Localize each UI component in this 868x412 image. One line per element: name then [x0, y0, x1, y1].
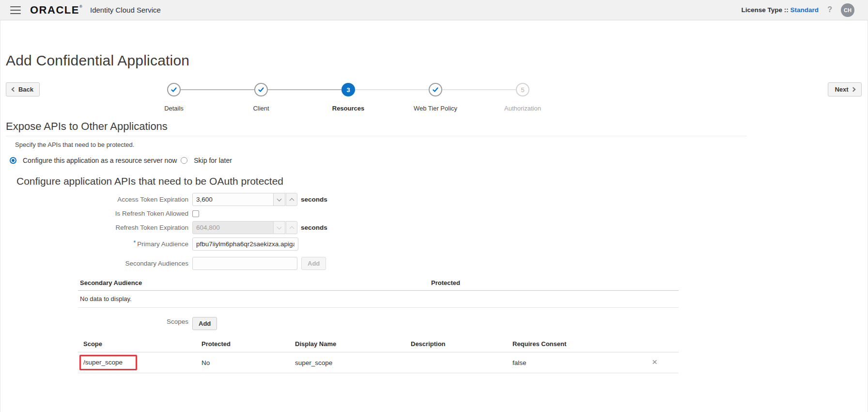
expose-apis-subtext: Specify the APIs that need to be protect… — [15, 141, 134, 148]
step-authorization[interactable]: 5 Authorization — [479, 83, 566, 112]
no-data-text: No data to display. — [78, 291, 679, 308]
column-header-protected: Protected — [196, 337, 290, 352]
step-web-tier-policy[interactable]: Web Tier Policy — [392, 83, 479, 112]
column-header-secondary-audience: Secondary Audience — [78, 276, 429, 291]
column-header-protected: Protected — [429, 276, 679, 291]
secondary-audience-table: Secondary Audience Protected No data to … — [78, 276, 679, 308]
spinner-up-button[interactable] — [286, 193, 297, 206]
chevron-up-icon — [289, 198, 294, 203]
next-button-label: Next — [835, 86, 848, 93]
scopes-table: Scope Protected Display Name Description… — [78, 337, 679, 373]
wizard-stepper: Details Client 3 Resources Web Tier Poli… — [130, 83, 566, 112]
primary-audience-row: *Primary Audience — [0, 238, 436, 251]
oracle-logo: ORACLE® — [30, 4, 83, 16]
scopes-add-button[interactable]: Add — [192, 317, 217, 330]
secondary-audience-add-button[interactable]: Add — [301, 257, 326, 270]
scopes-row: Scopes Add — [0, 317, 217, 330]
refresh-allowed-label: Is Refresh Token Allowed — [0, 210, 192, 217]
radio-skip-for-later[interactable] — [181, 157, 187, 164]
step-label: Authorization — [479, 105, 566, 112]
configure-apis-heading: Configure application APIs that need to … — [16, 175, 283, 187]
main-content: Add Confidential Application Back Next D… — [0, 20, 868, 412]
step-resources[interactable]: 3 Resources — [305, 83, 392, 112]
seconds-suffix: seconds — [301, 224, 327, 231]
radio-configure-label: Configure this application as a resource… — [23, 157, 177, 164]
secondary-audiences-input[interactable] — [192, 257, 297, 270]
chevron-left-icon — [12, 87, 16, 92]
secondary-audiences-label: Secondary Audiences — [0, 260, 192, 267]
step-details[interactable]: Details — [130, 83, 217, 112]
page-title: Add Confidential Application — [6, 52, 189, 69]
chevron-down-icon — [277, 224, 282, 229]
expose-apis-heading: Expose APIs to Other Applications — [6, 120, 168, 133]
scopes-label: Scopes — [0, 318, 192, 325]
next-button[interactable]: Next — [828, 82, 862, 96]
chevron-right-icon — [851, 87, 855, 92]
column-header-requires-consent: Requires Consent — [507, 337, 647, 352]
check-icon — [257, 86, 265, 94]
access-token-label: Access Token Expiration — [0, 196, 192, 203]
refresh-token-label: Refresh Token Expiration — [0, 224, 192, 231]
spinner-up-button-disabled — [286, 221, 297, 234]
scope-requires-consent-value: false — [507, 352, 647, 373]
check-icon — [432, 86, 439, 94]
scope-description-value — [405, 352, 507, 373]
secondary-audiences-row: Secondary Audiences Add — [0, 257, 436, 270]
step-label: Web Tier Policy — [392, 105, 479, 112]
column-header-scope: Scope — [78, 337, 196, 352]
license-value-link[interactable]: Standard — [790, 6, 819, 14]
primary-audience-label: *Primary Audience — [0, 240, 192, 248]
license-type: License Type :: Standard — [741, 6, 819, 14]
step-client[interactable]: Client — [217, 83, 305, 112]
remove-scope-icon[interactable]: × — [652, 359, 657, 365]
chevron-up-icon — [289, 226, 294, 231]
scope-protected-value: No — [196, 352, 290, 373]
step-label: Details — [130, 105, 217, 112]
required-asterisk: * — [133, 239, 136, 246]
column-header-actions — [647, 337, 679, 352]
primary-audience-label-text: Primary Audience — [137, 240, 188, 248]
back-button-label: Back — [18, 86, 33, 93]
check-icon — [170, 86, 178, 94]
column-header-display-name: Display Name — [290, 337, 405, 352]
back-button[interactable]: Back — [6, 82, 40, 96]
scope-display-name-value: super_scope — [290, 352, 405, 373]
help-icon[interactable]: ? — [827, 5, 832, 14]
section-divider — [6, 136, 747, 136]
registered-mark: ® — [79, 4, 83, 9]
step-label: Client — [217, 105, 305, 112]
access-token-row: Access Token Expiration seconds — [0, 193, 436, 206]
seconds-suffix: seconds — [301, 196, 327, 203]
primary-audience-input[interactable] — [192, 238, 298, 251]
avatar[interactable]: CH — [841, 3, 854, 17]
resource-server-radio-group: Configure this application as a resource… — [10, 157, 232, 164]
step-label: Resources — [305, 105, 392, 112]
scope-table-row: /super_scope No super_scope false × — [78, 352, 679, 373]
license-label: License Type :: — [741, 6, 790, 14]
refresh-allowed-row: Is Refresh Token Allowed — [0, 210, 436, 217]
product-name: Identity Cloud Service — [90, 6, 161, 14]
refresh-allowed-checkbox[interactable] — [192, 210, 199, 217]
refresh-token-row: Refresh Token Expiration seconds — [0, 221, 436, 234]
scope-value-highlighted: /super_scope — [79, 355, 137, 370]
radio-skip-label: Skip for later — [194, 157, 232, 164]
spinner-down-button-disabled — [274, 221, 285, 234]
spinner-down-button[interactable] — [274, 193, 285, 206]
step-number: 5 — [516, 83, 529, 96]
column-header-description: Description — [405, 337, 507, 352]
oauth-config-form: Access Token Expiration seconds Is Refre… — [0, 193, 436, 270]
radio-configure-resource-server[interactable] — [10, 157, 16, 164]
hamburger-menu-icon[interactable] — [10, 6, 21, 14]
refresh-token-input — [192, 221, 274, 234]
top-bar: ORACLE® Identity Cloud Service License T… — [0, 0, 868, 20]
chevron-down-icon — [277, 196, 282, 201]
access-token-input[interactable] — [192, 193, 274, 206]
step-number[interactable]: 3 — [341, 83, 355, 96]
empty-row: No data to display. — [78, 291, 679, 308]
